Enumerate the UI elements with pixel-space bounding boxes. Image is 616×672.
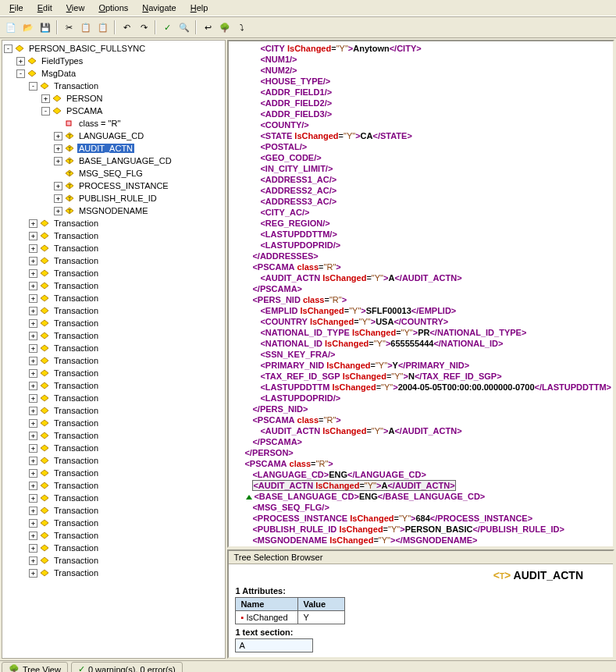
tree-msgseq[interactable]: TMSG_SEQ_FLG: [4, 167, 223, 180]
tree-msgnode[interactable]: +TMSGNODENAME: [4, 204, 223, 217]
redo-icon[interactable]: ↷: [136, 20, 151, 35]
xml-line[interactable]: <ADDRESS2_AC/>: [229, 185, 613, 196]
xml-line[interactable]: <LASTUPDDTTM/>: [229, 229, 613, 240]
expand-icon[interactable]: +: [29, 532, 37, 540]
xml-line[interactable]: <AUDIT_ACTN IsChanged="Y">A</AUDIT_ACTN>: [229, 425, 613, 436]
xml-line[interactable]: <NUM1/>: [229, 54, 613, 65]
xml-line[interactable]: <PERS_NID class="R">: [229, 294, 613, 305]
tree-procinst[interactable]: +TPROCESS_INSTANCE: [4, 180, 223, 192]
xml-line[interactable]: <AUDIT_ACTN IsChanged="Y">A</AUDIT_ACTN>: [229, 272, 613, 283]
xml-line[interactable]: </PSCAMA>: [229, 436, 613, 447]
xml-line[interactable]: <IN_CITY_LIMIT/>: [229, 163, 613, 174]
open-icon[interactable]: 📂: [20, 20, 36, 35]
expand-icon[interactable]: +: [29, 294, 37, 303]
new-icon[interactable]: 📄: [3, 20, 19, 35]
xml-line[interactable]: <PSCAMA class="R">: [229, 414, 613, 425]
xml-line[interactable]: <PRIMARY_NID IsChanged="Y">Y</PRIMARY_NI…: [229, 360, 613, 371]
expand-icon[interactable]: +: [29, 232, 37, 240]
expand-icon[interactable]: +: [29, 219, 37, 228]
expand-icon[interactable]: +: [29, 332, 37, 340]
tree-transaction-collapsed[interactable]: +Transaction: [4, 417, 223, 429]
xml-line[interactable]: <MSGNODENAME IsChanged="Y"></MSGNODENAME…: [229, 535, 613, 546]
tree-transaction-collapsed[interactable]: +Transaction: [4, 304, 223, 317]
xml-line[interactable]: <AUDIT_ACTN IsChanged="Y">A</AUDIT_ACTN>: [229, 480, 613, 491]
menu-file[interactable]: File: [3, 2, 30, 14]
tree-root[interactable]: -PERSON_BASIC_FULLSYNC: [4, 42, 223, 55]
attr-row[interactable]: ▪ IsChangedY: [236, 611, 345, 624]
tree-pubrule[interactable]: +TPUBLISH_RULE_ID: [4, 192, 223, 204]
tree-transaction-collapsed[interactable]: +Transaction: [4, 554, 223, 567]
tree-transaction-collapsed[interactable]: +Transaction: [4, 442, 223, 454]
menu-view[interactable]: View: [60, 2, 91, 14]
xml-line[interactable]: <CITY IsChanged="Y">Anytown</CITY>: [229, 43, 613, 54]
tree-transaction-collapsed[interactable]: +Transaction: [4, 254, 223, 267]
tree-transaction-collapsed[interactable]: +Transaction: [4, 329, 223, 342]
expand-icon[interactable]: +: [54, 144, 62, 153]
xml-line[interactable]: <PROCESS_INSTANCE IsChanged="Y">684</PRO…: [229, 513, 613, 524]
tree-pscama[interactable]: -PSCAMA: [4, 105, 223, 117]
xml-line[interactable]: </PSCAMA>: [229, 283, 613, 294]
expand-icon[interactable]: +: [29, 482, 37, 490]
expand-icon[interactable]: +: [54, 182, 62, 190]
tree-person[interactable]: +PERSON: [4, 92, 223, 105]
expand-icon[interactable]: +: [29, 419, 37, 428]
expand-icon[interactable]: +: [54, 207, 62, 215]
collapse-icon[interactable]: -: [41, 107, 50, 116]
expand-icon[interactable]: +: [29, 407, 37, 415]
xml-line[interactable]: <PSCAMA class="R">: [229, 458, 613, 469]
wrap-icon[interactable]: ↩: [200, 20, 215, 35]
tree-transaction-collapsed[interactable]: +Transaction: [4, 479, 223, 492]
expand-icon[interactable]: +: [29, 369, 37, 378]
tree-fieldtypes[interactable]: +FieldTypes: [4, 55, 223, 67]
tree-transaction-collapsed[interactable]: +Transaction: [4, 567, 223, 579]
tree-transaction-collapsed[interactable]: +Transaction: [4, 367, 223, 379]
expand-icon[interactable]: +: [54, 194, 62, 203]
xml-line[interactable]: <COUNTRY IsChanged="Y">USA</COUNTRY>: [229, 316, 613, 327]
collapse-icon[interactable]: -: [29, 82, 37, 91]
tree-panel[interactable]: -PERSON_BASIC_FULLSYNC+FieldTypes-MsgDat…: [2, 40, 226, 659]
tree-languagecd[interactable]: +TLANGUAGE_CD: [4, 130, 223, 142]
expand-icon[interactable]: +: [29, 457, 37, 465]
xml-line[interactable]: <LASTUPDDTTM IsChanged="Y">2004-05-05T00…: [229, 382, 613, 393]
fetch-icon[interactable]: ⤵: [234, 20, 250, 35]
xml-line[interactable]: <LASTUPDOPRID/>: [229, 393, 613, 404]
xml-line[interactable]: </ADDRESSES>: [229, 251, 613, 261]
save-icon[interactable]: 💾: [37, 20, 53, 35]
expand-icon[interactable]: +: [29, 357, 37, 365]
xml-line[interactable]: <ADDR_FIELD1/>: [229, 87, 613, 98]
tree-view-tab[interactable]: 🌳 Tree View: [2, 662, 68, 672]
xml-line[interactable]: <MSG_SEQ_FLG/>: [229, 502, 613, 513]
tree-msgdata[interactable]: -MsgData: [4, 67, 223, 80]
tree-transaction-collapsed[interactable]: +Transaction: [4, 217, 223, 229]
expand-icon[interactable]: +: [29, 544, 37, 553]
xml-line[interactable]: <CITY_AC/>: [229, 207, 613, 218]
expand-icon[interactable]: +: [29, 344, 37, 353]
tree-baselang[interactable]: +TBASE_LANGUAGE_CD: [4, 155, 223, 167]
tree-transaction-collapsed[interactable]: +Transaction: [4, 517, 223, 529]
expand-icon[interactable]: +: [29, 282, 37, 290]
tree-transaction-collapsed[interactable]: +Transaction: [4, 354, 223, 367]
menu-options[interactable]: Options: [92, 2, 134, 14]
menu-help[interactable]: Help: [184, 2, 215, 14]
tree-transaction-collapsed[interactable]: +Transaction: [4, 379, 223, 392]
xml-line[interactable]: <ADDR_FIELD2/>: [229, 98, 613, 108]
menu-navigate[interactable]: Navigate: [136, 2, 182, 14]
xml-line[interactable]: <ADDR_FIELD3/>: [229, 108, 613, 119]
xml-line[interactable]: <ADDRESS1_AC/>: [229, 174, 613, 185]
tree-transaction-collapsed[interactable]: +Transaction: [4, 392, 223, 404]
tree-transaction-collapsed[interactable]: +Transaction: [4, 267, 223, 279]
xml-line[interactable]: <NUM2/>: [229, 65, 613, 76]
xml-line[interactable]: <COUNTY/>: [229, 119, 613, 130]
tree-auditactn[interactable]: +TAUDIT_ACTN: [4, 142, 223, 155]
expand-icon[interactable]: +: [29, 244, 37, 253]
expand-icon[interactable]: +: [29, 319, 37, 328]
menu-edit[interactable]: Edit: [31, 2, 59, 14]
xml-line[interactable]: <LASTUPDOPRID/>: [229, 240, 613, 251]
tree-transaction-collapsed[interactable]: +Transaction: [4, 542, 223, 554]
tree-transaction-collapsed[interactable]: +Transaction: [4, 429, 223, 442]
tree-transaction-collapsed[interactable]: +Transaction: [4, 342, 223, 354]
expand-icon[interactable]: +: [29, 307, 37, 315]
tree-transaction-collapsed[interactable]: +Transaction: [4, 504, 223, 517]
tree-attr-class[interactable]: class = "R": [4, 117, 223, 130]
xml-line[interactable]: <HOUSE_TYPE/>: [229, 76, 613, 87]
